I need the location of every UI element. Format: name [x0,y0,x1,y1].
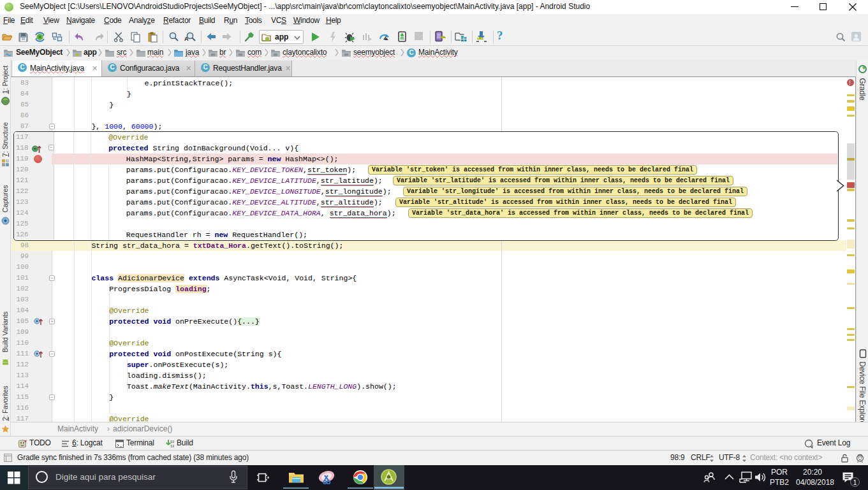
svg-text:01: 01 [170,440,174,444]
svg-text:A: A [184,36,189,42]
svg-text:10: 10 [170,444,174,449]
